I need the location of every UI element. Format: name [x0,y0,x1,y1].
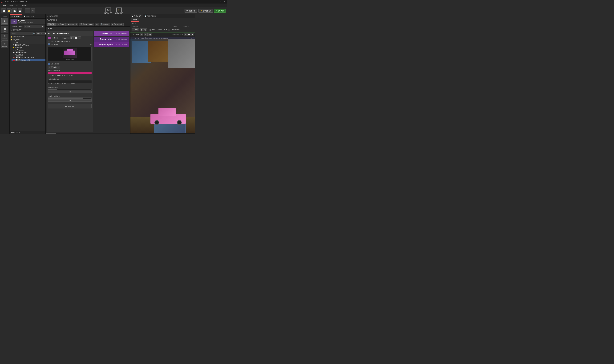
settings-icon[interactable]: ⚙ [184,33,187,36]
tree-item-text3d[interactable]: T ⬜ T Text3DActor [12,44,45,46]
playerstart-label: PlayerStart [15,54,23,56]
minimize-btn[interactable]: ─ [216,1,219,3]
channel-select[interactable]: unreal [24,25,44,28]
level-blueprint-header[interactable]: 📁 Level Blueprint [10,36,45,38]
view-icon-2[interactable]: ⬜ [191,33,194,36]
toolbar-redo[interactable]: ↪ [31,9,35,13]
favorites-label: FAVORITES [49,15,58,17]
output-image-icon[interactable]: 🖼 [140,33,143,36]
delay-input[interactable] [52,37,58,39]
gpi-btn[interactable]: GPI [70,37,74,39]
tree-item-animation[interactable]: ▶ In_Animation [12,49,45,51]
scene-loader-btn[interactable]: 🎬 Scene Loader [79,23,94,26]
tree-item-playerstart[interactable]: ▷ PlayerStart [12,54,45,56]
preview-title: VR_Set3 Preview [NetMode: Standalone] (6… [134,37,188,39]
tool-actions-btn[interactable]: ▶ ACTIONS [1,18,8,25]
extra-icon-btn[interactable]: ⬜ [74,37,78,39]
maximize-btn[interactable]: □ [220,1,222,3]
toolbar-folder[interactable]: 📁 [7,9,12,13]
preview-maximize[interactable]: □ [191,37,192,39]
config-btn[interactable]: ⚙ CONFIG [185,9,197,13]
extra-btn[interactable]: ⊞ [95,23,99,26]
template-tab[interactable]: 📋 TEMPLATE [22,14,36,18]
green-paint-card[interactable]: set green paint ✏ Edit ▶ Execute [94,42,129,47]
datsun-blue-execute-btn[interactable]: ▶ Execute [121,38,127,40]
auto-preview-checkbox[interactable] [168,29,170,31]
presets-header[interactable]: ▶ PRESETS [10,131,45,134]
view-icon-1[interactable]: ⬜ [187,33,191,36]
scene-item[interactable]: VR VR_Set3 Last Modified: 05-03-2023 ↑ [10,19,45,25]
green-paint-edit-btn[interactable]: ✏ Edit [116,44,120,46]
datsun-blue-edit-btn[interactable]: ✏ Edit [116,38,120,40]
set-material-checkbox[interactable]: ✓ [48,63,50,65]
menu-system[interactable]: System [20,4,29,7]
tool-design-btn[interactable]: ✏ DESIGN [1,41,8,48]
menu-file[interactable]: File [1,4,7,7]
menu-viz[interactable]: Viz [14,4,20,7]
scene-push-icon[interactable]: ↑ [43,20,44,22]
show-tab[interactable]: show [47,26,54,30]
tool-script-btn[interactable]: ≡ SCRIPT [1,34,8,41]
combo-select[interactable]: none [62,37,70,39]
material-select[interactable]: EXT_paint [48,66,60,69]
tree-item-setmesh[interactable]: 🔲 ⬜ 🔲 SetMesh [12,51,45,54]
window-controls[interactable]: ─ □ ✕ [216,1,226,3]
toolbar-undo[interactable]: ↩ [25,9,30,13]
actions-scroll-thumb[interactable] [46,133,56,134]
toolbar-save[interactable]: 💾 [12,9,17,13]
emissive-color-bar[interactable] [48,80,92,83]
show-tab-btn[interactable]: show [131,18,139,22]
menu-icon-btn[interactable]: ▼ [78,37,81,39]
loop-checkbox[interactable] [149,29,151,31]
play-btn[interactable]: ▶ Play [132,28,139,31]
honda-thumb: 🚗 [13,59,15,61]
execute-btn[interactable]: ▶ Execute [48,104,92,108]
set-mesh-checkbox[interactable]: ✓ [48,43,50,45]
output-grid-icon[interactable]: ▦ [148,33,152,36]
refresh-icon[interactable]: ↻ [90,43,92,45]
load-datsun-card[interactable]: Load Datsun ✏ Edit ▶ Execute [94,31,129,36]
color-swatch[interactable] [48,37,51,39]
menu-view[interactable]: View [7,4,14,7]
preview-close[interactable]: ✕ [193,37,194,39]
green-paint-execute-btn[interactable]: ▶ Execute [121,44,127,46]
playlist-label: PLAYLIST [134,15,141,17]
tree-item-honda[interactable]: 🚗 ⬜ 🔲 Honda_s801 [12,59,45,61]
scenes-tab[interactable]: 🎬 SCENES [10,14,22,18]
toolbar-saveas[interactable]: 💾 [18,9,22,13]
group-btn[interactable]: ⊞ Group [56,23,66,26]
remove-all-btn[interactable]: 🗑 Remove All [111,23,124,26]
auto-preview-check[interactable]: Auto Preview [168,29,180,31]
output-alpha-icon[interactable]: A [144,33,148,36]
stop-btn[interactable]: ◼ Stop [140,28,147,31]
metallic-slider[interactable] [48,89,92,91]
loop-check[interactable]: Loop [149,29,155,31]
outliner-header[interactable]: ▼ OUTLINER [10,29,45,32]
tree-item-rectlight[interactable]: 💡 RectLight [12,46,45,49]
onair-btn[interactable]: ▶ ON-AIR [214,9,226,13]
close-btn[interactable]: ✕ [223,1,226,3]
builder-btn[interactable]: ⚡ BUILDER [198,9,213,13]
datsun-edit-btn[interactable]: ✏ Edit [116,33,120,34]
cleanup-btn[interactable]: ⚡ CLEANUP [115,8,123,14]
datsun-execute-btn[interactable]: ▶ Execute [121,33,127,34]
tree-item-ls-car[interactable]: 🚗 ⬜ 🔲 LS_VR_Set3_Car [12,56,45,59]
playlist-tab[interactable]: ▶ PLAYLIST [130,14,143,18]
roughness-slider[interactable] [48,97,92,99]
scene-loader-icon: 🎬 [80,23,82,25]
base-color-bar[interactable] [48,72,92,74]
outliner-search-input[interactable] [11,32,32,35]
all-header[interactable]: ▼ All [12,41,45,44]
toolbar-new[interactable]: 📄 [1,9,6,13]
actions-scrollbar[interactable] [46,133,130,134]
command-btn[interactable]: ▶ Command [66,23,78,26]
create-btn[interactable]: CREATE [47,23,56,26]
preview-minimize[interactable]: ─ [190,37,191,39]
scripting-tab[interactable]: 📋 SCRIPTING [143,14,157,18]
search-btn[interactable]: 🔍 Search [100,23,110,26]
green-paint-actions: ✏ Edit ▶ Execute [116,44,127,46]
vr-set3-header[interactable]: 📁 VR_Set3 [10,38,45,41]
datsun-blue-card[interactable]: Datsun blue ✏ Edit ▶ Execute [94,37,129,42]
tool-set-btn[interactable]: ◼ SET [1,26,8,33]
initialize-btn[interactable]: ↑□ INITIALIZE [104,8,112,14]
